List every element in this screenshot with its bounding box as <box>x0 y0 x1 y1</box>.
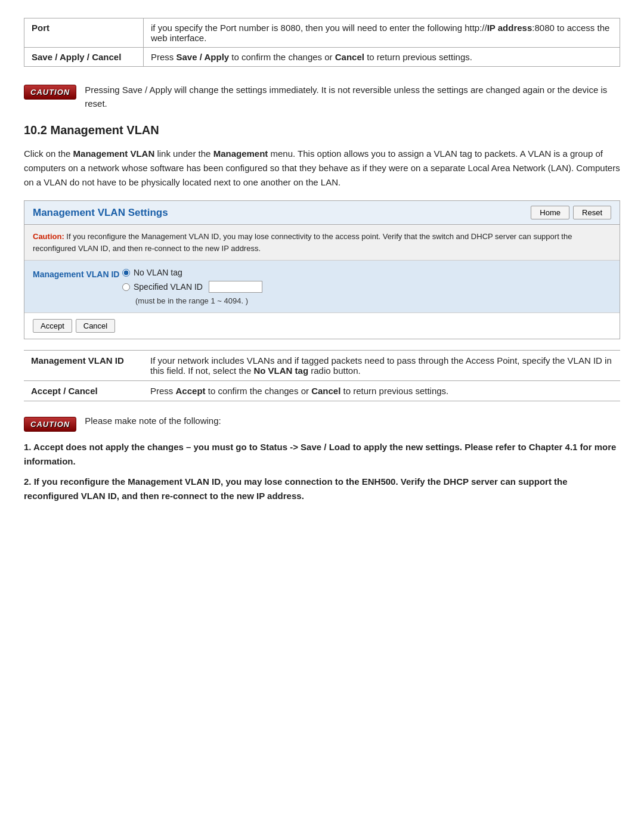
specified-vlan-text: Specified VLAN ID <box>134 282 203 292</box>
no-vlan-radio-text: No VLAN tag <box>134 268 182 277</box>
caution-badge-1: CAUTION <box>24 85 76 100</box>
caution-badge-2: CAUTION <box>24 417 76 432</box>
info-table: Management VLAN ID If your network inclu… <box>24 350 620 401</box>
top-info-table: Port if you specify the Port number is 8… <box>24 18 620 67</box>
mgmt-vlan-id-label: Management VLAN ID <box>24 351 143 381</box>
caution-inner-text: If you reconfigure the Management VLAN I… <box>33 232 572 253</box>
specified-vlan-radio-label[interactable]: Specified VLAN ID <box>122 281 262 293</box>
specified-vlan-radio[interactable] <box>122 283 130 291</box>
caution2-text: Please make note of the following: <box>85 416 221 426</box>
panel-header: Management VLAN Settings Home Reset <box>24 201 620 225</box>
caution-block-1: CAUTION Pressing Save / Apply will chang… <box>24 83 620 110</box>
port-content: if you specify the Port number is 8080, … <box>144 18 620 48</box>
numbered-item-1: 1. Accept does not apply the changes – y… <box>24 440 620 469</box>
panel-title: Management VLAN Settings <box>33 207 168 219</box>
save-apply-label: Save / Apply / Cancel <box>24 48 144 67</box>
vlan-id-options: No VLAN tag Specified VLAN ID (must be i… <box>122 268 262 305</box>
caution-block-2: CAUTION Please make note of the followin… <box>24 416 620 432</box>
caution-text-1: Pressing Save / Apply will change the se… <box>85 83 620 110</box>
caution-inner-label: Caution: <box>33 232 64 241</box>
accept-cancel-row: Accept Cancel <box>24 312 620 339</box>
accept-button[interactable]: Accept <box>33 319 72 333</box>
panel-buttons: Home Reset <box>531 206 611 219</box>
cancel-button[interactable]: Cancel <box>76 319 115 333</box>
vlan-range-note: (must be in the range 1 ~ 4094. ) <box>135 296 262 305</box>
mgmt-vlan-id-content: If your network includes VLANs and if ta… <box>143 351 620 381</box>
port-label: Port <box>24 18 144 48</box>
accept-cancel-label: Accept / Cancel <box>24 381 143 401</box>
vlan-id-input[interactable] <box>209 281 262 293</box>
table-row: Save / Apply / Cancel Press Save / Apply… <box>24 48 620 67</box>
vlan-id-label: Management VLAN ID <box>33 268 122 281</box>
accept-cancel-content: Press Accept to confirm the changes or C… <box>143 381 620 401</box>
table-row: Port if you specify the Port number is 8… <box>24 18 620 48</box>
vlan-id-row: Management VLAN ID No VLAN tag Specified… <box>24 261 620 312</box>
management-vlan-panel: Management VLAN Settings Home Reset Caut… <box>24 200 620 339</box>
table-row: Accept / Cancel Press Accept to confirm … <box>24 381 620 401</box>
reset-button[interactable]: Reset <box>573 206 611 219</box>
table-row: Management VLAN ID If your network inclu… <box>24 351 620 381</box>
home-button[interactable]: Home <box>531 206 569 219</box>
save-apply-content: Press Save / Apply to confirm the change… <box>144 48 620 67</box>
section-heading: 10.2 Management VLAN <box>24 123 620 137</box>
no-vlan-radio-label[interactable]: No VLAN tag <box>122 268 262 277</box>
numbered-item-2: 2. If you reconfigure the Management VLA… <box>24 475 620 503</box>
no-vlan-radio[interactable] <box>122 269 130 277</box>
body-paragraph: Click on the Management VLAN link under … <box>24 147 620 190</box>
caution-inner-box: Caution: If you reconfigure the Manageme… <box>24 225 620 261</box>
